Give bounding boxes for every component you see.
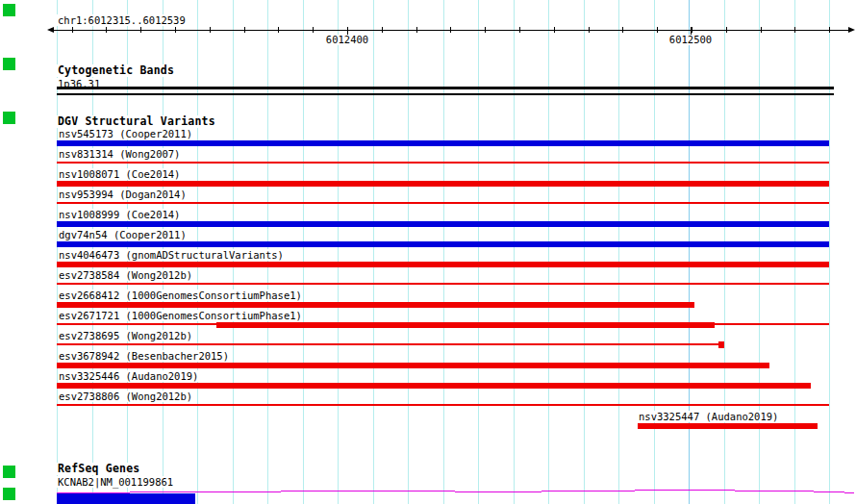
density-plot-line	[541, 491, 635, 491]
genome-browser-panel: chr1:6012315..6012539 60124006012500 Cyt…	[0, 0, 856, 504]
gene-name-label: KCNAB2|NM_001199861	[57, 476, 174, 488]
density-plot-line	[281, 491, 455, 491]
refseq-genes-track: RefSeq Genes KCNAB2|NM_001199861	[0, 0, 856, 504]
density-plot-line	[814, 491, 844, 492]
density-plot-line	[635, 490, 735, 491]
density-plot-line	[735, 491, 814, 491]
refseq-track-title: RefSeq Genes	[57, 463, 140, 475]
density-plot-line	[844, 492, 854, 493]
density-plot-line	[455, 491, 541, 492]
density-plot-line	[130, 491, 281, 492]
gene-bar[interactable]	[57, 493, 195, 504]
